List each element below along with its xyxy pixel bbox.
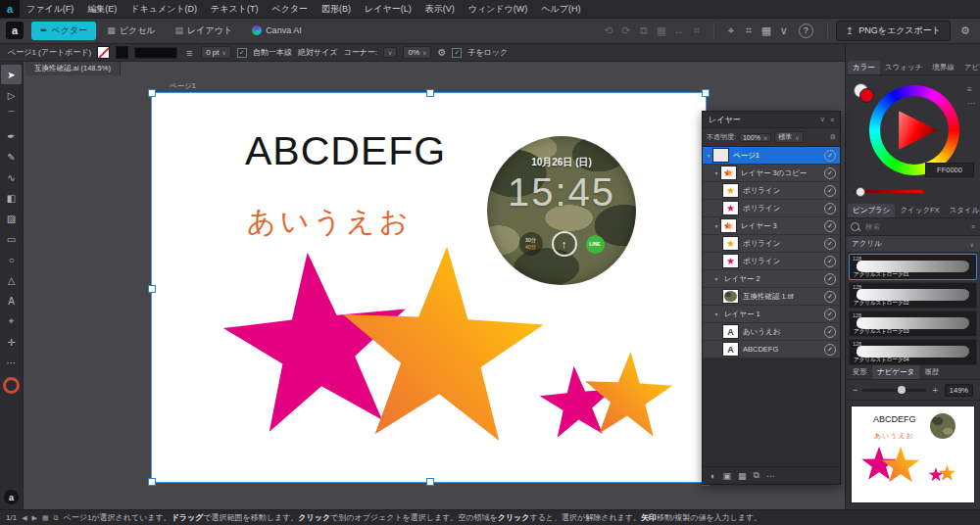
brush-item[interactable]: 128 アクリルストローク02: [849, 282, 977, 309]
expand-icon[interactable]: ▾: [712, 169, 720, 176]
selection-handle[interactable]: [426, 89, 434, 97]
fill-swatch[interactable]: [97, 46, 110, 59]
color-cycle-icon[interactable]: [3, 377, 20, 394]
visibility-toggle[interactable]: ✓: [824, 220, 836, 232]
layer-row-polyline[interactable]: ★ ポリライン ✓: [703, 182, 840, 200]
layers-panel-header[interactable]: レイヤー ∨ ≡: [703, 112, 840, 128]
stroke-width-dropdown[interactable]: 0 pt ∨: [201, 46, 231, 59]
zoom-tool[interactable]: ⌖: [1, 311, 22, 331]
layer-row-image[interactable]: 互換性確認 1.tif ✓: [703, 288, 840, 306]
rectangle-tool[interactable]: ▭: [1, 229, 22, 249]
zoom-in-icon[interactable]: ＋: [931, 384, 940, 397]
layer-row-group[interactable]: ▾ レイヤー 2 ✓: [703, 270, 840, 288]
visibility-toggle[interactable]: ✓: [824, 150, 836, 162]
visibility-toggle[interactable]: ✓: [824, 344, 836, 356]
next-page-icon[interactable]: ▶: [32, 514, 37, 522]
visibility-toggle[interactable]: ✓: [824, 291, 836, 303]
color-options-icon[interactable]: ⋯: [967, 99, 975, 108]
selection-handle[interactable]: [426, 478, 434, 486]
brush-item[interactable]: 128 アクリルストローク04: [849, 339, 977, 365]
visibility-toggle[interactable]: ✓: [824, 203, 836, 215]
pages-grid-icon[interactable]: ▦: [42, 514, 49, 522]
stroke-swatch[interactable]: [116, 46, 128, 59]
view-tool[interactable]: ✛: [1, 332, 22, 352]
tab-history[interactable]: 履歴: [919, 365, 944, 379]
brush-item[interactable]: 128 アクリルストローク03: [849, 310, 977, 337]
tab-quick-fx[interactable]: クイックFX: [895, 204, 944, 217]
panel-menu-icon[interactable]: ≡: [967, 85, 975, 94]
heading-text-object[interactable]: ABCDEFG: [245, 128, 446, 174]
layer-row-group[interactable]: ▾ レイヤー 1 ✓: [703, 306, 840, 323]
visibility-toggle[interactable]: ✓: [824, 238, 836, 250]
duplicate-page-icon[interactable]: ⧉: [54, 514, 59, 522]
layer-row-text[interactable]: A あいうえお ✓: [703, 323, 840, 341]
auto-checkbox[interactable]: ✓: [237, 48, 247, 58]
selection-handle[interactable]: [702, 89, 710, 97]
corner-value-dropdown[interactable]: 0% ∨: [403, 46, 431, 59]
persona-canva-ai[interactable]: Canva AI: [243, 23, 311, 38]
expand-icon[interactable]: ▾: [705, 152, 712, 159]
visibility-toggle[interactable]: ✓: [824, 256, 836, 267]
corner-tool[interactable]: ⌒: [1, 106, 22, 125]
stroke-panel-icon[interactable]: ≡: [183, 47, 195, 59]
grid-icon[interactable]: ▦: [653, 24, 670, 37]
menu-window[interactable]: ウィンドウ(W): [462, 0, 535, 18]
shape-tool[interactable]: △: [1, 270, 22, 290]
transparency-tool[interactable]: ▨: [1, 209, 22, 228]
zoom-slider[interactable]: [862, 389, 926, 392]
pixel-grid-toggle-icon[interactable]: ▦: [758, 24, 775, 37]
fx-icon[interactable]: ▣: [722, 471, 731, 481]
png-export-button[interactable]: ↥ PNGをエクスポート: [836, 21, 951, 41]
move-tool[interactable]: ➤: [1, 65, 22, 84]
menu-edit[interactable]: 編集(E): [80, 0, 123, 18]
document-tab[interactable]: 互換性確認.ai (148.5%): [25, 62, 121, 75]
guides-icon[interactable]: ⌗: [740, 24, 758, 37]
settings-gear-icon[interactable]: ⚙: [956, 24, 974, 37]
layer-row-polyline[interactable]: ★ ポリライン ✓: [703, 200, 840, 217]
persona-vector[interactable]: ✒ ベクター: [31, 22, 96, 40]
gear-icon[interactable]: ⚙: [437, 47, 446, 58]
tab-stroke[interactable]: 境界線: [927, 61, 959, 74]
small-orange-star[interactable]: [577, 347, 680, 448]
adjustment-icon[interactable]: ▦: [738, 471, 747, 481]
navigator-preview[interactable]: ABCDEFG あいうえお: [852, 406, 974, 502]
brush-search-input[interactable]: [863, 221, 962, 232]
expand-icon[interactable]: ▾: [712, 310, 720, 317]
opacity-slider[interactable]: [854, 190, 923, 193]
pen-tool[interactable]: ✒: [1, 126, 22, 146]
tab-navigator[interactable]: ナビゲータ: [872, 365, 919, 379]
options-chevron-icon[interactable]: ∨: [775, 24, 793, 37]
ruler-icon[interactable]: ⌗: [688, 24, 706, 37]
layer-row-polyline[interactable]: ★ ポリライン ✓: [703, 235, 840, 253]
redo-icon[interactable]: ⟳: [617, 24, 635, 37]
opacity-slider-knob[interactable]: [856, 187, 865, 197]
designer-app-icon[interactable]: a: [6, 22, 24, 39]
selection-handle[interactable]: [148, 285, 156, 293]
transform-icon[interactable]: ↔: [670, 24, 688, 36]
help-button[interactable]: ?: [799, 24, 813, 38]
kana-text-object[interactable]: あいうえお: [247, 203, 412, 242]
menu-vector[interactable]: ベクター: [265, 0, 315, 18]
layer-options-icon[interactable]: ⚙: [830, 133, 836, 141]
layer-row-text[interactable]: A ABCDEFG ✓: [703, 341, 840, 358]
text-tool[interactable]: A: [1, 291, 22, 310]
selection-handle[interactable]: [148, 89, 156, 97]
stroke-style-preview[interactable]: [134, 47, 177, 59]
tab-swatches[interactable]: スウォッチ: [880, 61, 927, 74]
color-triangle[interactable]: [882, 98, 947, 163]
panel-menu-icon[interactable]: ≡: [971, 223, 975, 230]
zoom-slider-knob[interactable]: [898, 386, 906, 394]
snapping-icon[interactable]: ⌖: [722, 24, 740, 37]
corner-type-dropdown[interactable]: ∨: [383, 47, 397, 58]
selection-handle[interactable]: [148, 478, 156, 486]
persona-pixel[interactable]: ▦ ピクセル: [98, 22, 164, 40]
hex-value-field[interactable]: FF0000: [925, 163, 974, 177]
vector-brush-tool[interactable]: ∿: [1, 167, 22, 187]
tab-color[interactable]: カラー: [848, 61, 880, 74]
zoom-out-icon[interactable]: −: [853, 385, 858, 395]
menu-view[interactable]: 表示(V): [418, 0, 462, 18]
visibility-toggle[interactable]: ✓: [824, 326, 836, 338]
add-layer-icon[interactable]: ⧉: [753, 470, 759, 481]
layer-row-artboard[interactable]: ▾ ページ1 ✓: [703, 147, 840, 165]
visibility-toggle[interactable]: ✓: [824, 167, 836, 179]
